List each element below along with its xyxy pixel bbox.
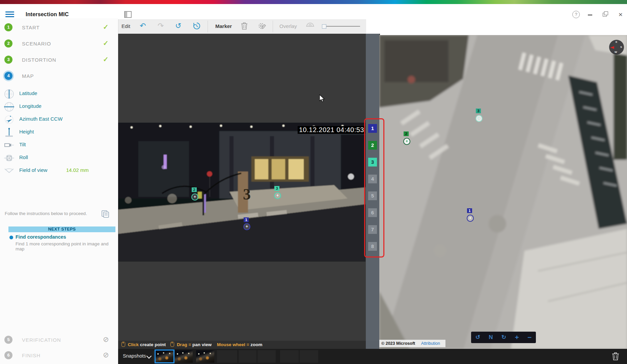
camera-point-label[interactable]: 3 <box>274 186 279 191</box>
hint-desc: create point <box>140 342 166 347</box>
map-point-marker[interactable]: + <box>475 115 483 122</box>
hint-desc: pan view <box>192 342 212 347</box>
param-fov[interactable]: Field of view 14.02 mm <box>0 164 118 177</box>
snapshot-empty-slot[interactable] <box>300 350 318 363</box>
close-icon[interactable]: × <box>617 10 624 19</box>
param-label: Longitude <box>19 103 42 109</box>
help-icon[interactable]: ? <box>572 11 580 18</box>
sidebar-toggle-icon[interactable] <box>124 11 132 18</box>
step-number-badge: 5 <box>4 336 12 344</box>
trash-icon[interactable] <box>241 22 248 30</box>
camera-view[interactable]: 3 2 + 3 + 1 + Click create point Drag = … <box>118 34 380 349</box>
mouse-click-icon <box>121 342 125 347</box>
blocked-icon: ⊘ <box>103 351 109 359</box>
step-verification: 5 VERIFICATION ⊘ <box>0 332 118 347</box>
chevron-down-icon[interactable] <box>147 354 151 358</box>
marker-menu[interactable]: Marker <box>215 23 232 29</box>
copyright-text: © 2023 Microsoft <box>381 341 415 346</box>
param-label: Height <box>19 129 34 134</box>
camera-point-label[interactable]: 2 <box>192 187 197 192</box>
snapshot-thumbnail-selected[interactable] <box>155 350 174 363</box>
step-map[interactable]: 4 MAP <box>0 68 118 84</box>
step-scenario[interactable]: 2 SCENARIO ✓ <box>0 36 118 51</box>
zoom-out-icon[interactable]: − <box>527 332 531 343</box>
step-start[interactable]: 1 START ✓ <box>0 20 118 35</box>
snapshot-thumbnail[interactable] <box>196 350 214 363</box>
param-azimuth[interactable]: Azimuth East CCW <box>0 113 118 126</box>
marker-settings-icon[interactable] <box>257 22 266 30</box>
dome-camera-icon[interactable] <box>306 22 315 30</box>
camera-image[interactable]: 3 2 + 3 + 1 + <box>118 123 365 262</box>
param-label: Tilt <box>19 142 26 147</box>
camera-point-marker[interactable]: + <box>243 223 250 230</box>
rotate-cw-icon[interactable]: ↻ <box>501 332 506 343</box>
camera-point-label[interactable]: 1 <box>244 217 249 222</box>
step-label: DISTORTION <box>22 57 56 63</box>
compass-south-label: S <box>620 46 622 49</box>
step-label: START <box>22 25 40 30</box>
toolbar: Edit ↶ ↷ ↺ Marker Overlay <box>118 19 366 34</box>
step-distortion[interactable]: 3 DISTORTION ✓ <box>0 52 118 67</box>
map-point-label[interactable]: 2 <box>404 131 409 136</box>
tilt-icon <box>3 140 15 151</box>
latitude-icon <box>3 88 15 100</box>
param-latitude[interactable]: Latitude <box>0 88 118 100</box>
street-banner-number: 3 <box>243 186 251 203</box>
instructions-icon[interactable] <box>101 210 109 218</box>
reset-history-icon[interactable] <box>193 22 201 30</box>
step-number-badge: 2 <box>4 39 12 48</box>
map-attribution: © 2023 Microsoft Attribution <box>379 340 445 347</box>
snapshot-empty-slot[interactable] <box>239 350 256 363</box>
longitude-icon <box>3 101 15 113</box>
compass-rose[interactable]: E S W <box>609 40 624 55</box>
snapshot-thumbnail[interactable] <box>175 350 193 363</box>
zoom-in-icon[interactable]: + <box>515 332 519 343</box>
edit-menu[interactable]: Edit <box>121 23 130 29</box>
camera-point-marker[interactable]: + <box>274 192 281 199</box>
snapshot-empty-slot[interactable] <box>280 350 299 363</box>
redo-icon[interactable]: ↷ <box>158 22 164 30</box>
menu-icon[interactable] <box>5 11 14 18</box>
map-point-marker[interactable]: + <box>403 138 410 145</box>
snapshot-empty-slot[interactable] <box>217 350 237 363</box>
reset-rotation-icon[interactable]: ↺ <box>175 22 181 30</box>
undo-icon[interactable]: ↶ <box>140 22 146 30</box>
delete-snapshot-icon[interactable] <box>611 352 620 361</box>
compass-needle <box>610 46 614 49</box>
north-button[interactable]: N <box>489 332 493 343</box>
task-bullet <box>9 236 13 239</box>
attribution-link[interactable]: Attribution <box>421 341 440 346</box>
overlay-opacity-handle[interactable] <box>322 24 326 29</box>
param-roll[interactable]: Roll <box>0 152 118 164</box>
map-point-label[interactable]: 1 <box>467 208 472 213</box>
step-finish: 6 FINISH ⊘ <box>0 347 118 363</box>
hint-key: Mouse wheel = <box>217 342 249 347</box>
check-icon: ✓ <box>103 55 109 63</box>
night-street-scene: 3 <box>118 123 365 262</box>
camera-point-marker[interactable]: + <box>191 193 198 201</box>
snapshots-bar: Snapshots <box>118 349 627 364</box>
title-bar: Intersection MIC ? × <box>0 4 627 18</box>
app-window: Intersection MIC ? × 1 START ✓ 2 SCENARI… <box>0 0 627 364</box>
compass-west-label: W <box>615 51 617 54</box>
param-height[interactable]: Height <box>0 126 118 139</box>
fov-icon <box>3 165 15 177</box>
task-title: Find corespondances <box>16 234 66 240</box>
rotate-ccw-icon[interactable]: ↺ <box>475 332 480 343</box>
overlay-menu[interactable]: Overlay <box>279 23 297 29</box>
hint-key: Drag = <box>177 342 191 347</box>
minimize-icon[interactable] <box>588 14 592 16</box>
step-number-badge: 3 <box>4 56 12 64</box>
roll-icon <box>3 152 15 164</box>
azimuth-icon <box>3 114 15 125</box>
map-point-marker[interactable]: + <box>467 215 474 222</box>
param-longitude[interactable]: Longitude <box>0 100 118 113</box>
map-point-label[interactable]: 3 <box>476 109 481 113</box>
step-label: VERIFICATION <box>22 337 61 343</box>
toolbar-divider <box>273 21 273 32</box>
param-tilt[interactable]: Tilt <box>0 139 118 152</box>
overlay-opacity-slider[interactable] <box>326 26 360 27</box>
map-view[interactable]: 3 + 2 + 1 + E S W ↺ N ↻ + − © 2023 Micro… <box>379 35 627 349</box>
restore-icon[interactable] <box>603 11 608 17</box>
snapshot-empty-slot[interactable] <box>257 350 276 363</box>
